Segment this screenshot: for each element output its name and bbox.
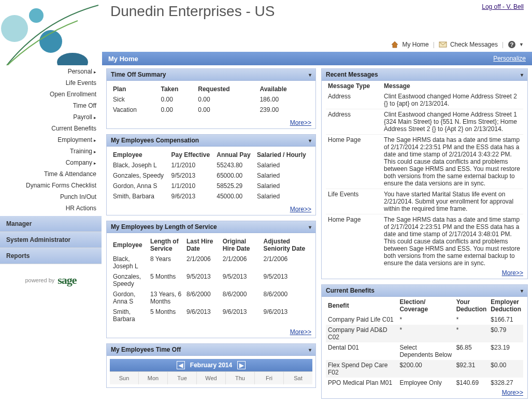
month-label: February 2014: [190, 362, 232, 369]
panel-title: My Employees Compensation: [111, 137, 199, 144]
sidebar-section-manager[interactable]: Manager: [0, 216, 102, 232]
panel-title: Current Benefits: [326, 287, 375, 294]
table-row: Gonzales, Speedy5 Months9/5/20139/5/2013…: [111, 271, 311, 289]
table-row: PPO Medical Plan M01Employee Only$140.69…: [326, 378, 523, 388]
table-row: Smith, Barbara9/6/201345000.00Salaried: [111, 191, 311, 201]
table-row: Smith, Barbara5 Months9/6/20139/6/20139/…: [111, 307, 311, 324]
table-row: Gordon, Anna S13 Years, 6 Months8/6/2000…: [111, 289, 311, 307]
sidebar-item-punch-in-out[interactable]: Punch In/Out: [0, 191, 102, 203]
personalize-link[interactable]: Personalize: [493, 55, 526, 62]
powered-by: powered by sage: [0, 273, 102, 287]
page-title: My Home: [108, 55, 138, 63]
panel-menu-caret[interactable]: ▾: [309, 72, 311, 78]
panel-timeoff-summary: Time Off Summary ▾ Plan Taken Requested …: [106, 68, 316, 129]
recent-messages-table: Message Type Message AddressClint Eastwo…: [326, 81, 523, 268]
sidebar-item-life-events[interactable]: Life Events: [0, 77, 102, 89]
messages-link[interactable]: Check Messages: [450, 41, 498, 48]
table-row: Flex Spend Dep Care F02$200.00$92.31$0.0…: [326, 360, 523, 378]
benefits-table: Benefit Election/ Coverage Your Deductio…: [326, 297, 523, 388]
sidebar-item-hr-actions[interactable]: HR Actions: [0, 203, 102, 214]
calendar-day-headers: Sun Mon Tue Wed Thu Fri Sat: [110, 371, 312, 384]
sidebar-item-company[interactable]: Company▸: [0, 157, 102, 168]
table-row: AddressClint Eastwood changed Home Addre…: [326, 109, 523, 135]
svg-text:?: ?: [510, 41, 514, 48]
sage-logo: sage: [57, 273, 76, 287]
panel-menu-caret[interactable]: ▾: [309, 347, 311, 353]
mail-icon: [439, 40, 447, 49]
panel-compensation: My Employees Compensation ▾ Employee Pay…: [106, 134, 316, 215]
panel-emp-timeoff: My Employees Time Off ▾ ◀ February 2014 …: [106, 343, 316, 388]
panel-title: Time Off Summary: [111, 71, 166, 78]
panel-menu-caret[interactable]: ▾: [521, 72, 523, 78]
sidebar-item-open-enrollment[interactable]: Open Enrollment: [0, 89, 102, 100]
sidebar-item-payroll[interactable]: Payroll▸: [0, 111, 102, 123]
length-of-service-table: Employee Length of Service Last Hire Dat…: [111, 236, 311, 324]
panel-menu-caret[interactable]: ▾: [309, 138, 311, 143]
sidebar-item-personal[interactable]: Personal▸: [0, 66, 102, 77]
table-row: Sick0.000.00186.00: [111, 94, 311, 105]
table-row: Life EventsYou have started Marital Stat…: [326, 189, 523, 214]
help-icon[interactable]: ?: [508, 40, 516, 49]
panel-menu-caret[interactable]: ▾: [521, 288, 523, 294]
panel-title: My Employees Time Off: [111, 346, 181, 353]
sidebar-item-time-off[interactable]: Time Off: [0, 100, 102, 111]
table-row: Dental D01Select Dependents Below$6.85$2…: [326, 342, 523, 360]
more-link[interactable]: More>>: [322, 268, 527, 279]
home-icon: [391, 40, 399, 49]
panel-current-benefits: Current Benefits ▾ Benefit Election/ Cov…: [321, 284, 528, 399]
svg-point-1: [29, 8, 44, 23]
sidebar-employee-items: Personal▸ Life Events Open Enrollment Ti…: [0, 65, 102, 216]
panel-menu-caret[interactable]: ▾: [309, 224, 311, 230]
myhome-link[interactable]: My Home: [402, 41, 428, 48]
more-link[interactable]: More>>: [107, 205, 315, 215]
table-row: Company Paid Life C01**$166.71: [326, 314, 523, 325]
table-row: Company Paid AD&D C02**$0.79: [326, 325, 523, 342]
more-link[interactable]: More>>: [107, 327, 315, 338]
sidebar: Employee Personal▸ Life Events Open Enro…: [0, 65, 102, 404]
sidebar-item-training[interactable]: Training▸: [0, 146, 102, 157]
table-row: Black, Joseph L1/1/201055243.80Salaried: [111, 160, 311, 170]
company-title: Dunedin Enterprises - US: [110, 3, 524, 20]
table-row: Black, Joseph L8 Years2/1/20062/1/20062/…: [111, 254, 311, 271]
more-link[interactable]: More>>: [107, 118, 315, 128]
sidebar-section-sysadmin[interactable]: System Administrator: [0, 232, 102, 248]
header-toolbar: My Home | Check Messages | ? ▼: [391, 40, 524, 49]
timeoff-summary-table: Plan Taken Requested Available Sick0.000…: [111, 84, 311, 115]
table-row: Home PageThe Sage HRMS data has a date a…: [326, 135, 523, 189]
more-link[interactable]: More>>: [322, 388, 527, 398]
table-row: AddressClint Eastwood changed Home Addre…: [326, 91, 523, 109]
table-row: Gordon, Anna S1/1/201058525.29Salaried: [111, 181, 311, 191]
brand-logo: [0, 0, 102, 70]
sidebar-item-dynamic-forms[interactable]: Dynamic Forms Checklist: [0, 180, 102, 191]
page-bar: My Home Personalize: [102, 52, 532, 65]
next-month-button[interactable]: ▶: [237, 361, 246, 369]
panel-title: Recent Messages: [326, 71, 378, 78]
sidebar-item-current-benefits[interactable]: Current Benefits: [0, 123, 102, 134]
month-navigation: ◀ February 2014 ▶: [110, 359, 312, 371]
table-row: Vacation0.000.00239.00: [111, 105, 311, 115]
panel-recent-messages: Recent Messages ▾ Message Type Message A…: [321, 68, 528, 279]
help-dropdown-caret[interactable]: ▼: [519, 42, 524, 47]
sidebar-item-employment[interactable]: Employment▸: [0, 134, 102, 146]
svg-point-0: [1, 15, 28, 42]
table-row: Gonzales, Speedy9/5/201365000.00Salaried: [111, 170, 311, 181]
compensation-table: Employee Pay Effective Annual Pay Salari…: [111, 150, 311, 201]
logoff-link[interactable]: Log off - V. Bell: [482, 3, 524, 10]
panel-title: My Employees by Length of Service: [111, 223, 217, 230]
panel-length-of-service: My Employees by Length of Service ▾ Empl…: [106, 221, 316, 338]
table-row: Home PageThe Sage HRMS data has a date a…: [326, 214, 523, 269]
sidebar-section-reports[interactable]: Reports: [0, 248, 102, 264]
sidebar-item-time-attendance[interactable]: Time & Attendance: [0, 168, 102, 180]
prev-month-button[interactable]: ◀: [177, 361, 185, 369]
